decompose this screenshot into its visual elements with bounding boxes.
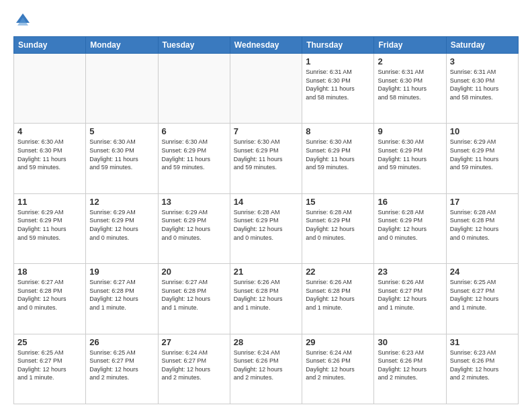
calendar-week-row: 4Sunrise: 6:30 AM Sunset: 6:30 PM Daylig… [14, 124, 519, 193]
calendar-cell: 8Sunrise: 6:30 AM Sunset: 6:29 PM Daylig… [302, 124, 374, 193]
calendar-cell: 24Sunrise: 6:25 AM Sunset: 6:27 PM Dayli… [446, 264, 518, 334]
calendar-cell: 16Sunrise: 6:28 AM Sunset: 6:29 PM Dayli… [374, 193, 446, 263]
day-number: 10 [450, 126, 515, 136]
day-number: 21 [234, 267, 298, 277]
day-info: Sunrise: 6:23 AM Sunset: 6:26 PM Dayligh… [378, 349, 442, 382]
day-info: Sunrise: 6:26 AM Sunset: 6:28 PM Dayligh… [234, 278, 298, 312]
calendar-cell: 14Sunrise: 6:28 AM Sunset: 6:29 PM Dayli… [230, 193, 302, 263]
calendar-cell: 22Sunrise: 6:26 AM Sunset: 6:28 PM Dayli… [302, 264, 374, 334]
calendar-week-row: 18Sunrise: 6:27 AM Sunset: 6:28 PM Dayli… [14, 264, 519, 334]
day-number: 20 [162, 267, 226, 277]
header [13, 11, 519, 30]
calendar-cell: 3Sunrise: 6:31 AM Sunset: 6:30 PM Daylig… [446, 54, 518, 124]
day-info: Sunrise: 6:28 AM Sunset: 6:28 PM Dayligh… [450, 208, 515, 242]
calendar-cell: 29Sunrise: 6:24 AM Sunset: 6:26 PM Dayli… [302, 334, 374, 404]
weekday-header: Thursday [302, 37, 374, 54]
logo [13, 11, 34, 30]
day-number: 13 [162, 197, 226, 207]
day-number: 7 [234, 126, 298, 136]
day-info: Sunrise: 6:31 AM Sunset: 6:30 PM Dayligh… [450, 68, 515, 101]
day-number: 2 [378, 56, 442, 66]
day-info: Sunrise: 6:31 AM Sunset: 6:30 PM Dayligh… [378, 68, 442, 101]
day-info: Sunrise: 6:30 AM Sunset: 6:30 PM Dayligh… [17, 138, 82, 171]
day-info: Sunrise: 6:30 AM Sunset: 6:29 PM Dayligh… [234, 138, 298, 171]
page: SundayMondayTuesdayWednesdayThursdayFrid… [0, 0, 532, 411]
day-info: Sunrise: 6:25 AM Sunset: 6:27 PM Dayligh… [89, 349, 154, 382]
calendar-cell: 20Sunrise: 6:27 AM Sunset: 6:28 PM Dayli… [158, 264, 230, 334]
calendar-table: SundayMondayTuesdayWednesdayThursdayFrid… [13, 36, 519, 404]
calendar-cell: 28Sunrise: 6:24 AM Sunset: 6:26 PM Dayli… [230, 334, 302, 404]
calendar-cell: 31Sunrise: 6:23 AM Sunset: 6:26 PM Dayli… [446, 334, 518, 404]
day-number: 30 [378, 337, 442, 347]
calendar-cell: 18Sunrise: 6:27 AM Sunset: 6:28 PM Dayli… [14, 264, 86, 334]
day-info: Sunrise: 6:23 AM Sunset: 6:26 PM Dayligh… [450, 349, 515, 382]
calendar-cell: 25Sunrise: 6:25 AM Sunset: 6:27 PM Dayli… [14, 334, 86, 404]
day-number: 1 [306, 56, 370, 66]
day-info: Sunrise: 6:28 AM Sunset: 6:29 PM Dayligh… [378, 208, 442, 242]
day-number: 24 [450, 267, 515, 277]
calendar-cell: 7Sunrise: 6:30 AM Sunset: 6:29 PM Daylig… [230, 124, 302, 193]
day-info: Sunrise: 6:30 AM Sunset: 6:29 PM Dayligh… [306, 138, 370, 171]
day-info: Sunrise: 6:24 AM Sunset: 6:26 PM Dayligh… [234, 349, 298, 382]
calendar-cell: 17Sunrise: 6:28 AM Sunset: 6:28 PM Dayli… [446, 193, 518, 263]
weekday-header: Saturday [446, 37, 518, 54]
weekday-header: Sunday [14, 37, 86, 54]
calendar-cell [230, 54, 302, 124]
calendar-cell: 26Sunrise: 6:25 AM Sunset: 6:27 PM Dayli… [86, 334, 158, 404]
day-number: 17 [450, 197, 515, 207]
day-number: 8 [306, 126, 370, 136]
day-info: Sunrise: 6:27 AM Sunset: 6:28 PM Dayligh… [162, 278, 226, 312]
day-number: 28 [234, 337, 298, 347]
day-info: Sunrise: 6:24 AM Sunset: 6:26 PM Dayligh… [306, 349, 370, 382]
day-number: 14 [234, 197, 298, 207]
day-number: 15 [306, 197, 370, 207]
day-info: Sunrise: 6:25 AM Sunset: 6:27 PM Dayligh… [450, 278, 515, 312]
day-info: Sunrise: 6:25 AM Sunset: 6:27 PM Dayligh… [17, 349, 82, 382]
day-number: 6 [162, 126, 226, 136]
day-number: 4 [17, 126, 82, 136]
calendar-cell [86, 54, 158, 124]
day-number: 12 [89, 197, 154, 207]
day-number: 3 [450, 56, 515, 66]
day-info: Sunrise: 6:24 AM Sunset: 6:27 PM Dayligh… [162, 349, 226, 382]
calendar-cell: 23Sunrise: 6:26 AM Sunset: 6:27 PM Dayli… [374, 264, 446, 334]
day-number: 22 [306, 267, 370, 277]
calendar-cell: 4Sunrise: 6:30 AM Sunset: 6:30 PM Daylig… [14, 124, 86, 193]
day-info: Sunrise: 6:28 AM Sunset: 6:29 PM Dayligh… [234, 208, 298, 242]
calendar-cell: 15Sunrise: 6:28 AM Sunset: 6:29 PM Dayli… [302, 193, 374, 263]
calendar-cell: 9Sunrise: 6:30 AM Sunset: 6:29 PM Daylig… [374, 124, 446, 193]
day-info: Sunrise: 6:30 AM Sunset: 6:30 PM Dayligh… [89, 138, 154, 171]
day-number: 18 [17, 267, 82, 277]
day-number: 9 [378, 126, 442, 136]
day-number: 29 [306, 337, 370, 347]
calendar-body: 1Sunrise: 6:31 AM Sunset: 6:30 PM Daylig… [14, 54, 519, 404]
calendar-cell: 2Sunrise: 6:31 AM Sunset: 6:30 PM Daylig… [374, 54, 446, 124]
day-info: Sunrise: 6:27 AM Sunset: 6:28 PM Dayligh… [89, 278, 154, 312]
calendar-week-row: 1Sunrise: 6:31 AM Sunset: 6:30 PM Daylig… [14, 54, 519, 124]
weekday-header: Friday [374, 37, 446, 54]
calendar-cell: 27Sunrise: 6:24 AM Sunset: 6:27 PM Dayli… [158, 334, 230, 404]
day-number: 25 [17, 337, 82, 347]
calendar-cell: 13Sunrise: 6:29 AM Sunset: 6:29 PM Dayli… [158, 193, 230, 263]
day-number: 19 [89, 267, 154, 277]
calendar-cell: 10Sunrise: 6:29 AM Sunset: 6:29 PM Dayli… [446, 124, 518, 193]
day-number: 31 [450, 337, 515, 347]
logo-icon [13, 11, 32, 30]
day-info: Sunrise: 6:29 AM Sunset: 6:29 PM Dayligh… [89, 208, 154, 242]
day-info: Sunrise: 6:26 AM Sunset: 6:27 PM Dayligh… [378, 278, 442, 312]
calendar-cell: 11Sunrise: 6:29 AM Sunset: 6:29 PM Dayli… [14, 193, 86, 263]
day-number: 16 [378, 197, 442, 207]
calendar-week-row: 11Sunrise: 6:29 AM Sunset: 6:29 PM Dayli… [14, 193, 519, 263]
calendar-week-row: 25Sunrise: 6:25 AM Sunset: 6:27 PM Dayli… [14, 334, 519, 404]
weekday-header: Wednesday [230, 37, 302, 54]
day-info: Sunrise: 6:30 AM Sunset: 6:29 PM Dayligh… [162, 138, 226, 171]
calendar-cell: 12Sunrise: 6:29 AM Sunset: 6:29 PM Dayli… [86, 193, 158, 263]
weekday-header: Monday [86, 37, 158, 54]
day-info: Sunrise: 6:30 AM Sunset: 6:29 PM Dayligh… [378, 138, 442, 171]
day-number: 11 [17, 197, 82, 207]
day-number: 23 [378, 267, 442, 277]
calendar-cell: 21Sunrise: 6:26 AM Sunset: 6:28 PM Dayli… [230, 264, 302, 334]
calendar-cell: 19Sunrise: 6:27 AM Sunset: 6:28 PM Dayli… [86, 264, 158, 334]
calendar-cell: 5Sunrise: 6:30 AM Sunset: 6:30 PM Daylig… [86, 124, 158, 193]
day-info: Sunrise: 6:26 AM Sunset: 6:28 PM Dayligh… [306, 278, 370, 312]
